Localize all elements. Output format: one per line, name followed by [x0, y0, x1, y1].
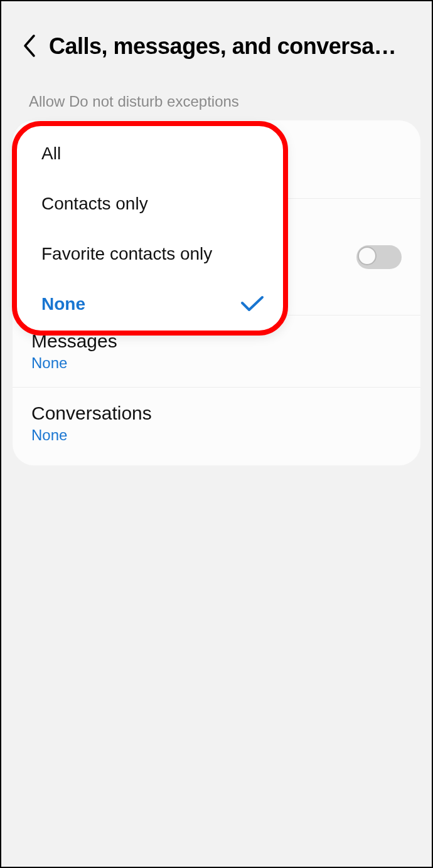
popup-option-none[interactable]: None: [16, 279, 286, 329]
back-button[interactable]: [14, 31, 44, 61]
repeat-callers-toggle[interactable]: [356, 245, 402, 269]
popup-option-label: All: [41, 144, 61, 164]
row-conversations[interactable]: Conversations None: [13, 388, 420, 465]
popup-option-label: Favorite contacts only: [41, 244, 212, 264]
check-icon: [240, 295, 265, 313]
calls-options-popup: All Contacts only Favorite contacts only…: [16, 124, 286, 334]
popup-option-label: None: [41, 294, 85, 314]
page-title: Calls, messages, and conversa…: [49, 33, 419, 60]
popup-option-all[interactable]: All: [16, 129, 286, 179]
row-messages-value: None: [31, 354, 402, 372]
toggle-knob: [358, 246, 377, 265]
section-label: Allow Do not disturb exceptions: [1, 79, 432, 120]
row-conversations-value: None: [31, 426, 402, 444]
back-icon: [21, 33, 37, 60]
popup-option-contacts-only[interactable]: Contacts only: [16, 179, 286, 229]
popup-option-label: Contacts only: [41, 194, 148, 214]
row-conversations-title: Conversations: [31, 403, 402, 424]
popup-option-favorite-contacts-only[interactable]: Favorite contacts only: [16, 229, 286, 279]
app-header: Calls, messages, and conversa…: [1, 1, 432, 79]
